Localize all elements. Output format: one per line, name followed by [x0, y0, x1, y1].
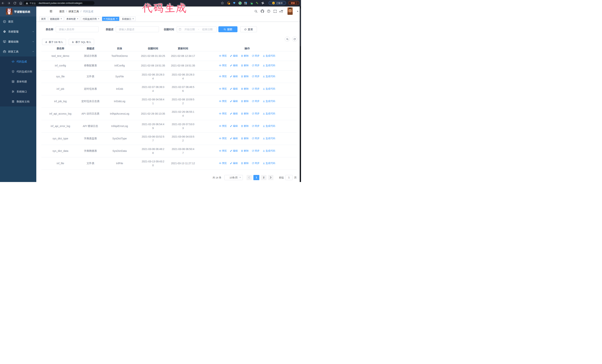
sync-link[interactable]: 同步 [252, 87, 259, 91]
generate-code-link[interactable]: 生成代码 [263, 74, 275, 78]
sidebar-item-codegen-example[interactable]: 代码生成示例 [0, 66, 36, 76]
sync-link[interactable]: 同步 [252, 136, 259, 140]
extension-on-icon[interactable]: on [250, 0, 253, 6]
scrollbar-thumb[interactable] [300, 8, 301, 46]
edit-link[interactable]: 编辑 [230, 54, 238, 58]
edit-link[interactable]: 编辑 [230, 99, 238, 103]
browser-update-button[interactable]: 更新 [288, 1, 299, 5]
delete-link[interactable]: 删除 [241, 124, 248, 128]
sync-link[interactable]: 同步 [252, 112, 259, 115]
sidebar-item-form-builder[interactable]: 表单构建 [0, 76, 36, 86]
edit-link[interactable]: 编辑 [230, 74, 238, 78]
sync-link[interactable]: 同步 [252, 161, 259, 165]
sync-link[interactable]: 同步 [252, 74, 259, 78]
extension-pinwheel-icon[interactable] [261, 0, 264, 6]
import-db-button[interactable]: 基于 DB 导入 [42, 39, 66, 45]
table-desc-input[interactable]: 请输入表描述 [116, 26, 159, 32]
header-search-icon[interactable] [254, 7, 258, 16]
tab-代码生成示例[interactable]: 代码生成示例 ✕ [81, 17, 101, 21]
sync-link[interactable]: 同步 [252, 54, 259, 58]
preview-link[interactable]: 预览 [219, 63, 227, 67]
sidebar-item-codegen[interactable]: 代码生成 [0, 56, 36, 66]
sync-link[interactable]: 同步 [252, 149, 259, 153]
extension-orange-icon[interactable]: 1 [227, 0, 230, 6]
goto-page-input[interactable]: 1 [285, 175, 293, 180]
preview-link[interactable]: 预览 [219, 54, 227, 58]
tab-表单构建[interactable]: 表单构建 ✕ [65, 17, 80, 21]
sync-link[interactable]: 同步 [252, 99, 259, 103]
search-button[interactable]: 搜索 [218, 26, 237, 32]
fullscreen-icon[interactable] [273, 7, 277, 16]
page-2-button[interactable]: 2 [261, 175, 267, 180]
generate-code-link[interactable]: 生成代码 [263, 136, 275, 140]
edit-link[interactable]: 编辑 [230, 161, 238, 165]
caret-down-icon[interactable] [297, 11, 299, 12]
tab-close-icon[interactable]: ✕ [98, 18, 99, 20]
edit-link[interactable]: 编辑 [230, 63, 238, 67]
help-icon[interactable] [267, 7, 270, 16]
date-range-picker[interactable]: 开始日期 - 结束日期 [177, 26, 216, 32]
edit-link[interactable]: 编辑 [230, 87, 238, 91]
tab-close-icon[interactable]: ✕ [77, 18, 78, 20]
refresh-button[interactable] [292, 36, 297, 42]
generate-code-link[interactable]: 生成代码 [263, 149, 275, 153]
delete-link[interactable]: 删除 [241, 112, 248, 115]
edit-link[interactable]: 编辑 [230, 124, 238, 128]
sidebar-item-devtools[interactable]: 研发工具 [0, 46, 36, 56]
sync-link[interactable]: 同步 [252, 124, 259, 128]
sidebar-logo[interactable]: 芋道管理系统 [0, 7, 36, 16]
prev-page-button[interactable] [247, 175, 252, 180]
address-bar[interactable]: 不安全 dashboard.yudao.iocoder.cn/tool/code… [23, 1, 95, 5]
generate-code-link[interactable]: 生成代码 [263, 124, 275, 128]
sidebar-toggle-icon[interactable] [49, 10, 53, 13]
sync-link[interactable]: 同步 [252, 63, 259, 67]
sidebar-item-home[interactable]: 首页 [0, 16, 36, 26]
next-page-button[interactable] [268, 175, 273, 180]
tab-链路追踪[interactable]: 链路追踪 ✕ [48, 17, 64, 21]
profile-paused-pill[interactable]: 已暂停 [269, 1, 286, 5]
extension-key-icon[interactable] [256, 0, 258, 6]
font-size-icon[interactable] [279, 7, 284, 16]
tab-close-icon[interactable]: ✕ [116, 18, 118, 20]
generate-code-link[interactable]: 生成代码 [263, 87, 275, 91]
reset-button[interactable]: 重置 [240, 26, 257, 32]
tab-close-icon[interactable]: ✕ [60, 18, 62, 20]
browser-home-icon[interactable] [19, 1, 22, 5]
tab-系统接口[interactable]: 系统接口 ✕ [120, 17, 136, 21]
tab-close-icon[interactable]: ✕ [132, 18, 134, 20]
generate-code-link[interactable]: 生成代码 [263, 161, 275, 165]
preview-link[interactable]: 预览 [219, 124, 227, 128]
generate-code-link[interactable]: 生成代码 [263, 112, 275, 115]
extension-gem-icon[interactable] [233, 0, 236, 6]
github-icon[interactable] [260, 7, 264, 16]
tab-代码生成[interactable]: 代码生成 ✕ [102, 17, 119, 21]
preview-link[interactable]: 预览 [219, 136, 227, 140]
table-name-input[interactable]: 请输入表名称 [56, 26, 98, 32]
extension-grid-icon[interactable] [244, 0, 247, 6]
browser-back-icon[interactable] [1, 1, 5, 5]
import-sql-button[interactable]: 基于 SQL 导入 [69, 39, 94, 45]
page-scrollbar[interactable] [300, 7, 301, 182]
extension-check-icon[interactable] [238, 0, 242, 6]
preview-link[interactable]: 预览 [219, 161, 227, 165]
preview-link[interactable]: 预览 [219, 74, 227, 78]
breadcrumb-home[interactable]: 首页 [59, 10, 64, 13]
generate-code-link[interactable]: 生成代码 [263, 63, 275, 67]
page-size-select[interactable]: 10条/页 [224, 175, 243, 180]
edit-link[interactable]: 编辑 [230, 136, 238, 140]
preview-link[interactable]: 预览 [219, 99, 227, 103]
browser-reload-icon[interactable] [13, 1, 16, 5]
edit-link[interactable]: 编辑 [230, 149, 238, 153]
tab-首页[interactable]: 首页 [39, 17, 47, 21]
generate-code-link[interactable]: 生成代码 [263, 54, 275, 58]
browser-forward-icon[interactable] [7, 1, 11, 5]
edit-link[interactable]: 编辑 [230, 112, 238, 115]
hide-search-button[interactable] [285, 36, 290, 42]
delete-link[interactable]: 删除 [241, 149, 248, 153]
delete-link[interactable]: 删除 [241, 63, 248, 67]
page-1-button[interactable]: 1 [253, 175, 259, 180]
delete-link[interactable]: 删除 [241, 161, 248, 165]
browser-menu-icon[interactable] [296, 2, 297, 4]
bookmark-star-icon[interactable] [221, 1, 224, 5]
preview-link[interactable]: 预览 [219, 87, 227, 91]
